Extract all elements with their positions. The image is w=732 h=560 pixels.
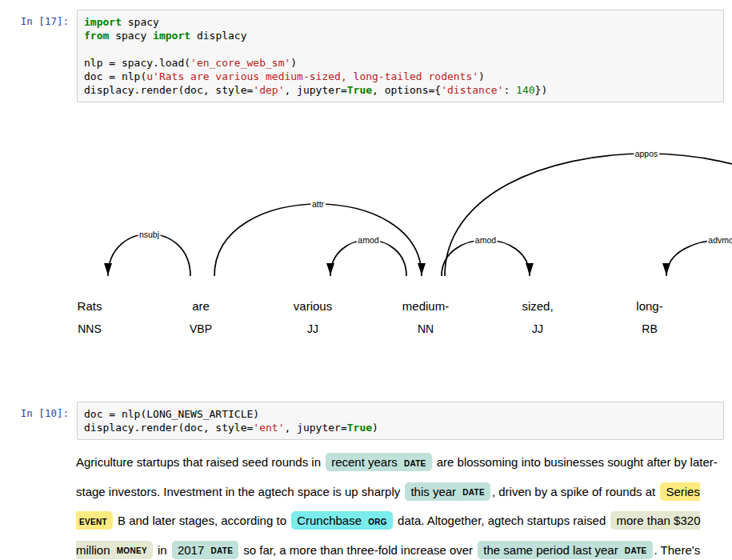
dep-pos-tag: JJ [532,322,543,335]
code-token: 'en_core_web_sm' [190,57,290,69]
entity-type-label: DATE [210,546,233,555]
code-token: ) [478,70,485,82]
code-input-ent[interactable]: doc = nlp(LONG_NEWS_ARTICLE)displacy.ren… [77,402,724,440]
text-run: B and later stages, according to [114,514,290,527]
dependency-arc-label: advmod [708,235,732,245]
dependency-arrowhead-icon [326,263,334,275]
text-run: Agriculture startups that raised seed ro… [76,455,324,469]
input-prompt: In [17]: [2,10,77,27]
code-token: 140 [516,84,534,96]
code-token: ) [372,422,378,434]
dependency-arrowhead-icon [662,263,670,275]
code-cell-ent: In [10]: doc = nlp(LONG_NEWS_ARTICLE)dis… [0,392,732,440]
code-token: }) [535,84,548,96]
dep-pos-tag: NNS [78,322,102,335]
text-run: data. Altogether, agtech startups raised [394,514,610,527]
dependency-arc [666,240,732,276]
dependency-arc [330,240,406,276]
code-token: : [503,84,516,96]
dep-word: long- [636,299,662,313]
code-token: displacy.render(doc, style= [84,84,253,96]
code-token: displacy [190,30,246,42]
entity-date: this year DATE [405,482,490,501]
entity-type-label: DATE [625,546,647,555]
code-token: import [153,30,190,42]
code-line: displacy.render(doc, style='dep', jupyte… [84,83,717,97]
code-token: True [347,84,372,96]
dependency-arc [442,240,530,276]
code-token: spacy [109,30,153,42]
code-line: doc = nlp(u'Rats are various medium-size… [84,70,717,83]
dep-pos-tag: JJ [307,322,318,335]
entity-org: Crunchbase ORG [291,511,393,530]
code-token: displacy.render(doc, style= [84,422,253,434]
code-line: displacy.render(doc, style='ent', jupyte… [84,421,717,434]
entity-type-label: ORG [368,518,387,526]
text-run: . There's [654,543,701,557]
input-prompt: In [10]: [2,402,77,419]
code-cell-dep: In [17]: import spacyfrom spacy import d… [0,0,732,102]
entity-date: 2017 DATE [172,541,238,559]
entity-type-label: DATE [462,488,485,497]
dependency-arrowhead-icon [526,263,534,275]
dependency-arrowhead-icon [418,263,426,275]
dependency-arc [108,234,190,277]
text-run: , driven by a spike of rounds at [492,485,658,498]
text-run: in [154,543,170,557]
code-token: from [84,30,109,42]
dependency-visualization: nsubjattramodamodapposadvmodRatsNNSareVB… [0,120,732,352]
code-token: 'ent' [253,422,284,434]
dependency-arc-label: nsubj [139,230,159,239]
code-token: doc = nlp(LONG_NEWS_ARTICLE) [84,408,259,420]
dependency-arc [445,154,732,276]
dependency-arc-label: appos [635,149,658,158]
dep-word: sized, [522,299,553,313]
code-token: import [84,16,122,28]
dep-pos-tag: RB [642,322,657,335]
code-input-dep[interactable]: import spacyfrom spacy import displacy n… [77,10,724,102]
entity-date: the same period last year DATE [478,541,652,559]
code-line: doc = nlp(LONG_NEWS_ARTICLE) [84,407,717,421]
code-line: import spacy [84,15,717,29]
entity-type-label: EVENT [79,518,107,526]
code-token: spacy [122,16,159,28]
dependency-parse-svg: nsubjattramodamodapposadvmodRatsNNSareVB… [0,120,732,352]
entity-type-label: DATE [404,459,426,468]
dependency-arc-label: attr [312,199,325,209]
code-token: 'distance' [441,84,503,96]
dep-pos-tag: VBP [190,322,212,335]
entity-visualization: Agriculture startups that raised seed ro… [70,448,724,560]
text-run: so far, a more than three-fold increase … [240,543,476,557]
dep-word: various [294,299,332,313]
dependency-arc-label: amod [475,235,496,245]
code-token: , jupyter= [284,422,346,434]
entity-type-label: MONEY [117,546,147,555]
code-line [84,42,717,56]
dependency-arrowhead-icon [104,263,112,275]
dep-pos-tag: NN [418,322,434,335]
dep-word: are [192,299,210,313]
code-token: , options={ [372,84,441,96]
code-token: ) [290,57,297,69]
dep-word: medium- [402,299,449,313]
dependency-arc-label: amod [358,235,378,245]
code-token: nlp = spacy.load( [84,57,190,69]
code-line: from spacy import displacy [84,29,717,42]
code-line: nlp = spacy.load('en_core_web_sm') [84,56,717,70]
code-token: 'dep' [253,84,284,96]
dep-word: Rats [78,299,102,313]
code-token: u'Rats are various medium-sized, long-ta… [146,70,478,82]
dependency-arc [214,204,422,276]
code-token: , jupyter= [284,84,346,96]
jupyter-notebook-page: { "colors": { "prompt": "#303f9f", "keyw… [0,0,732,560]
code-token: True [347,422,372,434]
entity-date: recent years DATE [326,453,431,471]
code-token: doc = nlp( [84,70,146,82]
